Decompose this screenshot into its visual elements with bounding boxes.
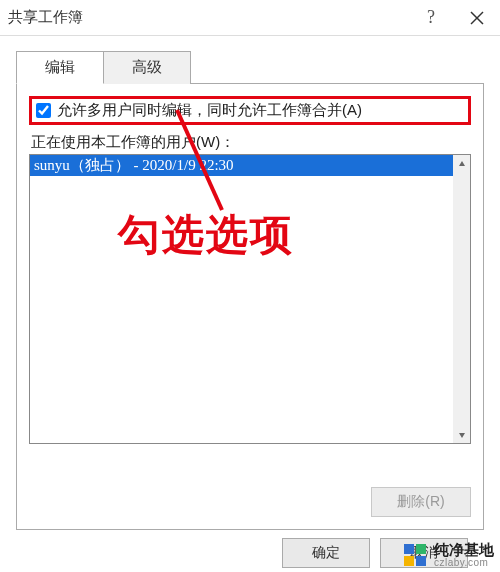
ok-button[interactable]: 确定 [282,538,370,568]
listbox-buttons: 删除(R) [371,487,471,517]
scroll-up-button[interactable] [453,155,470,172]
scroll-down-button[interactable] [453,426,470,443]
help-button[interactable]: ? [408,0,454,35]
close-button[interactable] [454,0,500,35]
window-controls: ? [408,0,500,35]
chevron-down-icon [458,431,466,439]
list-item[interactable]: sunyu（独占） - 2020/1/9 22:30 [30,155,453,176]
users-listbox[interactable]: sunyu（独占） - 2020/1/9 22:30 [29,154,471,444]
svg-rect-6 [416,544,426,554]
svg-rect-8 [416,556,426,566]
watermark-text: 纯净基地 czlaby.com [434,542,494,568]
listbox-scrollbar[interactable] [453,155,470,443]
svg-rect-7 [404,556,414,566]
watermark-name: 纯净基地 [434,542,494,558]
watermark: 纯净基地 czlaby.com [402,542,494,568]
allow-multi-user-row: 允许多用户同时编辑，同时允许工作簿合并(A) [29,96,471,125]
svg-marker-3 [459,433,465,438]
chevron-up-icon [458,160,466,168]
allow-multi-user-label[interactable]: 允许多用户同时编辑，同时允许工作簿合并(A) [57,101,362,120]
window-title: 共享工作簿 [8,8,83,27]
titlebar: 共享工作簿 ? [0,0,500,36]
remove-button: 删除(R) [371,487,471,517]
tab-advanced[interactable]: 高级 [104,51,191,84]
dialog-body: 编辑 高级 允许多用户同时编辑，同时允许工作簿合并(A) 正在使用本工作簿的用户… [0,36,500,572]
tab-edit[interactable]: 编辑 [16,51,104,84]
svg-rect-5 [404,544,414,554]
watermark-url: czlaby.com [434,558,494,569]
tab-panel-edit: 允许多用户同时编辑，同时允许工作簿合并(A) 正在使用本工作簿的用户(W)： s… [16,84,484,530]
close-icon [470,11,484,25]
allow-multi-user-checkbox[interactable] [36,103,51,118]
tab-strip: 编辑 高级 [16,50,484,84]
svg-marker-2 [459,161,465,166]
users-label: 正在使用本工作簿的用户(W)： [31,133,471,152]
watermark-logo-icon [402,542,428,568]
